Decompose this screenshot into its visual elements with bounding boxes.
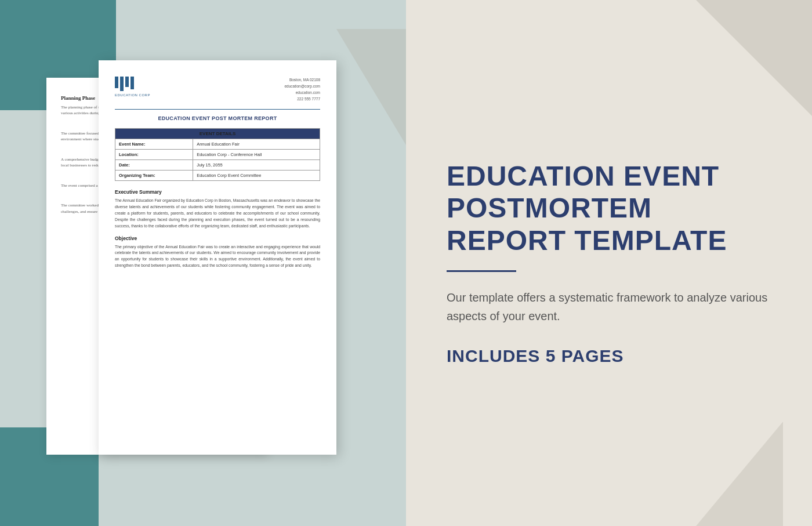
gray-triangle-decoration [336, 29, 406, 145]
table-row: Event Name: Annual Education Fair [115, 139, 320, 150]
table-cell-label-2: Location: [115, 150, 193, 160]
contact-website: education.com [284, 89, 320, 96]
table-row: Date: July 15, 2055 [115, 160, 320, 171]
table-row: Location: Education Corp - Conference Ha… [115, 150, 320, 160]
table-cell-value-4: Education Corp Event Committee [193, 171, 320, 181]
contact-address: Boston, MA 02108 [284, 77, 320, 83]
table-cell-label-4: Organizing Team: [115, 171, 193, 181]
right-triangle-top [696, 0, 812, 116]
contact-info: Boston, MA 02108 education@corp.com educ… [284, 77, 320, 102]
table-cell-label-1: Event Name: [115, 139, 193, 150]
exec-summary-text: The Annual Education Fair organized by E… [115, 198, 320, 229]
exec-summary-title: Executive Summary [115, 189, 320, 195]
objective-text: The primary objective of the Annual Educ… [115, 244, 320, 270]
document-front: EDUCATION CORP Boston, MA 02108 educatio… [99, 60, 336, 455]
logo-bar-1 [115, 77, 118, 88]
contact-email: education@corp.com [284, 83, 320, 89]
right-panel: EDUCATION EVENT POSTMORTEM REPORT TEMPLA… [406, 0, 812, 526]
subtitle-text: Our template offers a systematic framewo… [447, 288, 771, 325]
table-cell-value-3: July 15, 2055 [193, 160, 320, 171]
event-details-table: EVENT DETAILS Event Name: Annual Educati… [115, 128, 320, 181]
table-cell-value-2: Education Corp - Conference Hall [193, 150, 320, 160]
includes-text: INCLUDES 5 PAGES [447, 346, 771, 366]
objective-title: Objective [115, 235, 320, 241]
logo-bar-3 [125, 77, 129, 87]
table-header: EVENT DETAILS [115, 129, 320, 139]
table-cell-value-1: Annual Education Fair [193, 139, 320, 150]
document-stack: Planning Phase The planning phase of the… [81, 60, 325, 466]
logo-text: EDUCATION CORP [115, 93, 150, 97]
table-row: Organizing Team: Education Corp Event Co… [115, 171, 320, 181]
main-title: EDUCATION EVENT POSTMORTEM REPORT TEMPLA… [447, 160, 771, 256]
title-divider [447, 270, 516, 272]
logo-bar-2 [120, 77, 124, 91]
right-triangle-bottom [696, 422, 783, 526]
doc-header: EDUCATION CORP Boston, MA 02108 educatio… [115, 77, 320, 102]
table-cell-label-3: Date: [115, 160, 193, 171]
logo-icon [115, 77, 134, 91]
doc-header-divider [115, 109, 320, 110]
left-panel: Planning Phase The planning phase of the… [0, 0, 406, 526]
report-title: EDUCATION EVENT POST MORTEM REPORT [115, 115, 320, 121]
contact-phone: 222 555 7777 [284, 96, 320, 102]
logo-bar-4 [130, 77, 134, 89]
logo-area: EDUCATION CORP [115, 77, 150, 97]
